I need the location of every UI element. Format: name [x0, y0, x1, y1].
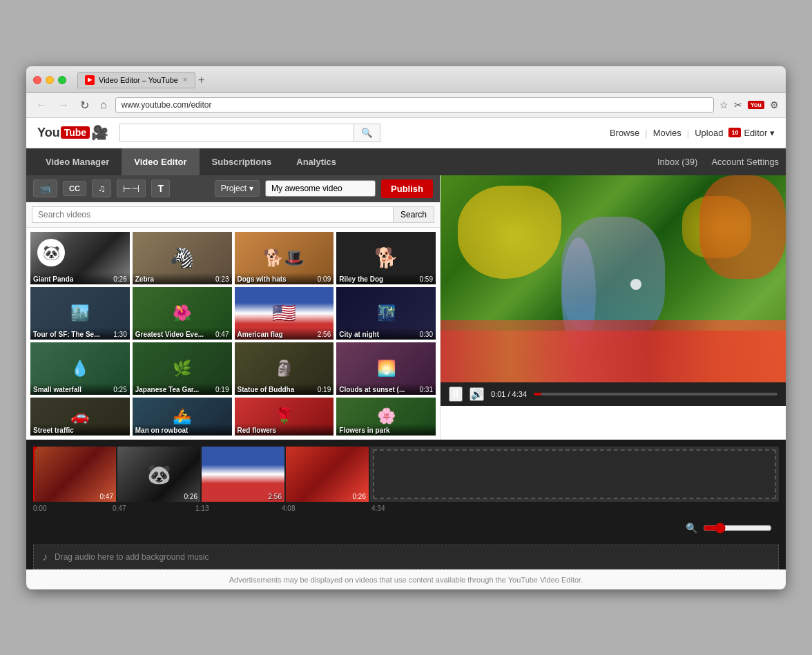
yt-header: You Tube 🎥 🔍 Browse | Movies | Upload 10… [26, 118, 786, 148]
editor-top: 📹 CC ♫ ⊢⊣ T Project ▾ Publish [26, 175, 786, 440]
timeline-ruler: 0:00 0:47 1:13 4:08 4:34 [33, 505, 779, 518]
publish-button[interactable]: Publish [381, 179, 433, 198]
video-thumb-zebra[interactable]: 🦓 Zebra 0:23 [133, 232, 232, 284]
camera-tool-button[interactable]: 📹 [33, 179, 57, 197]
video-overlay-16: Flowers in park [336, 424, 436, 436]
bookmark-icon[interactable]: ☆ [719, 99, 728, 110]
ruler-mark-4: 4:34 [371, 505, 385, 512]
account-icon: 10 [728, 128, 741, 137]
toolbar-right: Project ▾ Publish [215, 179, 433, 198]
video-search-input[interactable] [32, 206, 394, 223]
editor-toolbar: 📹 CC ♫ ⊢⊣ T Project ▾ Publish [26, 175, 440, 202]
browser-window: ▶ Video Editor – YouTube ✕ + ← → ↻ ⌂ ☆ ✂… [26, 66, 786, 589]
video-thumb-clouds-sunset[interactable]: 🌅 Clouds at sunset (... 0:31 [336, 342, 436, 395]
logo-camera-icon: 🎥 [91, 124, 108, 141]
close-button[interactable] [33, 76, 41, 84]
audio-track[interactable]: ♪ Drag audio here to add background musi… [33, 545, 779, 569]
cc-tool-button[interactable]: CC [63, 181, 86, 196]
video-overlay-12: Clouds at sunset (... 0:31 [336, 383, 436, 395]
project-name-input[interactable] [265, 180, 376, 197]
tab-title: Video Editor – YouTube [99, 76, 178, 84]
progress-fill [534, 393, 541, 395]
video-thumb-flowers-park[interactable]: 🌸 Flowers in park [336, 398, 436, 436]
project-dropdown[interactable]: Project ▾ [215, 180, 260, 197]
ruler-mark-1: 0:47 [113, 505, 126, 512]
new-tab-button[interactable]: + [198, 74, 204, 86]
video-thumb-riley-dog[interactable]: 🐕 Riley the Dog 0:59 [336, 232, 436, 284]
video-thumb-giant-panda[interactable]: 🐼 Giant Panda 0:26 [30, 232, 130, 284]
video-thumb-city-night[interactable]: 🌃 City at night 0:30 [336, 287, 436, 340]
music-tool-button[interactable]: ♫ [92, 179, 112, 197]
clip-2-icon: 🐼 [147, 462, 171, 485]
timeline-clip-3[interactable]: 2:56 [202, 447, 286, 502]
inbox-link[interactable]: Inbox (39) [657, 148, 698, 175]
video-thumb-man-rowboat[interactable]: 🚣 Man on rowboat [133, 398, 232, 436]
video-title-14: Man on rowboat [135, 427, 229, 434]
tab-close-icon[interactable]: ✕ [182, 76, 188, 84]
zoom-slider[interactable] [703, 522, 772, 534]
volume-button[interactable]: 🔊 [470, 387, 484, 401]
timeline-clip-1[interactable]: 0:47 [33, 447, 117, 502]
current-time: 0:01 [491, 390, 505, 398]
address-input[interactable] [122, 100, 708, 110]
forward-button[interactable]: → [55, 97, 72, 113]
browse-link[interactable]: Browse [610, 128, 639, 138]
garden-visual [441, 175, 786, 382]
home-button[interactable]: ⌂ [97, 97, 110, 113]
minimize-button[interactable] [46, 76, 54, 84]
editor-account[interactable]: 10 Editor ▾ [728, 128, 775, 138]
search-row: Search [26, 202, 440, 228]
video-thumb-greatest-video[interactable]: 🌺 Greatest Video Eve... 0:47 [133, 287, 232, 340]
video-overlay-10: Japanese Tea Gar... 0:19 [133, 383, 232, 395]
account-settings-link[interactable]: Account Settings [711, 148, 779, 175]
timeline-empty-slot[interactable] [373, 449, 776, 499]
video-thumb-street-traffic[interactable]: 🚗 Street traffic [30, 398, 130, 436]
tab-analytics[interactable]: Analytics [284, 148, 349, 175]
browser-tab[interactable]: ▶ Video Editor – YouTube ✕ [77, 72, 195, 88]
deco-flower-3 [699, 175, 786, 279]
back-button[interactable]: ← [33, 97, 50, 113]
video-grid: 🐼 Giant Panda 0:26 🦓 Zebra 0:23 [26, 228, 440, 440]
pause-button[interactable]: ⏸ [449, 387, 463, 402]
preview-controls: ⏸ 🔊 0:01 / 4:34 [441, 382, 786, 406]
tools-icon[interactable]: ✂ [734, 99, 742, 110]
yt-icon[interactable]: You [748, 101, 764, 109]
video-search-button[interactable]: Search [394, 206, 434, 223]
tab-video-editor[interactable]: Video Editor [122, 148, 199, 175]
settings-icon[interactable]: ⚙ [770, 99, 779, 110]
logo-you: You [37, 126, 60, 140]
video-thumb-dogs-hats[interactable]: 🐕🎩 Dogs with hats 0:09 [235, 232, 334, 284]
video-thumb-sf-tour[interactable]: 🏙️ Tour of SF: The Se... 1:30 [30, 287, 130, 340]
deco-waterfall [561, 237, 596, 351]
time-display: 0:01 / 4:34 [491, 390, 527, 398]
timeline-clip-4[interactable]: 0:26 [286, 447, 370, 502]
tab-video-manager[interactable]: Video Manager [33, 148, 122, 175]
search-wrap: 🔍 [119, 124, 599, 142]
video-title-15: Red flowers [238, 427, 331, 434]
yt-logo[interactable]: You Tube 🎥 [37, 124, 108, 141]
refresh-button[interactable]: ↻ [77, 97, 92, 113]
yt-search-button[interactable]: 🔍 [354, 124, 380, 142]
video-thumb-american-flag[interactable]: 🇺🇸 American flag 2:56 [235, 287, 334, 340]
tab-subscriptions[interactable]: Subscriptions [200, 148, 284, 175]
text-tool-button[interactable]: T [151, 179, 170, 197]
yt-search-input[interactable] [119, 124, 354, 142]
transition-tool-button[interactable]: ⊢⊣ [117, 179, 146, 197]
video-thumb-red-flowers[interactable]: 🌹 Red flowers [235, 398, 334, 436]
maximize-button[interactable] [58, 76, 66, 84]
upload-link[interactable]: Upload [695, 128, 723, 138]
video-overlay-3: Dogs with hats 0:09 [235, 273, 334, 284]
preview-video-area [441, 175, 786, 382]
video-duration-3: 0:09 [318, 275, 331, 283]
ruler-mark-3: 4:08 [282, 505, 295, 512]
video-thumb-small-waterfall[interactable]: 💧 Small waterfall 0:25 [30, 342, 130, 395]
deco-flowers-bottom [441, 331, 786, 382]
sep1: | [645, 128, 647, 138]
progress-bar[interactable] [534, 393, 777, 395]
video-duration-1: 0:26 [113, 275, 126, 283]
video-thumb-buddha[interactable]: 🗿 Statue of Buddha 0:19 [235, 342, 334, 395]
video-thumb-japanese-garden[interactable]: 🌿 Japanese Tea Gar... 0:19 [133, 342, 232, 395]
movies-link[interactable]: Movies [653, 128, 682, 138]
timeline-clip-2[interactable]: 🐼 0:26 [117, 447, 202, 502]
clip-2-duration: 0:26 [184, 493, 197, 500]
